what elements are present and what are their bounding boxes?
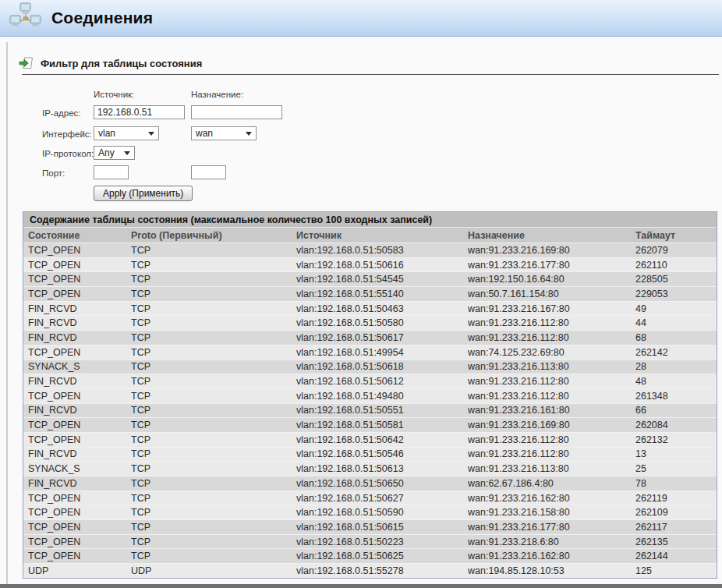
cell-source: vlan:192.168.0.51:50642: [296, 434, 468, 445]
cell-destination: wan:91.233.216.113:80: [468, 463, 635, 474]
cell-proto: TCP: [131, 376, 296, 387]
apply-button[interactable]: Apply (Применить): [94, 186, 193, 201]
cell-proto: TCP: [131, 361, 296, 372]
cell-destination: wan:91.233.216.112:80: [468, 317, 635, 328]
table-row: TCP_OPENTCPvlan:192.168.0.51:50590wan:91…: [23, 505, 717, 519]
ip-protocol-label: IP-протокол:: [42, 149, 94, 158]
state-table-body: TCP_OPENTCPvlan:192.168.0.51:50583wan:91…: [23, 243, 717, 578]
chevron-down-icon: [246, 132, 252, 136]
ip-address-label: IP-адрес:: [42, 108, 81, 118]
table-row: TCP_OPENTCPvlan:192.168.0.51:49480wan:91…: [23, 388, 717, 403]
table-row: TCP_OPENTCPvlan:192.168.0.51:50642wan:91…: [23, 432, 717, 447]
page-title: Соединения: [51, 9, 153, 27]
bottom-divider: [0, 584, 722, 588]
cell-source: vlan:192.168.0.51:50581: [296, 420, 468, 430]
table-row: FIN_RCVDTCPvlan:192.168.0.51:50551wan:91…: [23, 403, 717, 418]
col-header-destination: Назначение: [468, 230, 635, 241]
cell-source: vlan:192.168.0.51:55278: [296, 565, 468, 576]
panel-left-border: [6, 42, 8, 588]
cell-destination: wan:91.233.216.162:80: [468, 493, 635, 504]
cell-source: vlan:192.168.0.51:49480: [296, 391, 468, 402]
cell-proto: TCP: [131, 303, 296, 314]
cell-state: TCP_OPEN: [28, 551, 131, 561]
table-row: SYNACK_STCPvlan:192.168.0.51:50613wan:91…: [23, 461, 717, 476]
cell-timeout: 28: [635, 361, 717, 372]
cell-timeout: 262117: [635, 522, 717, 533]
table-row: SYNACK_STCPvlan:192.168.0.51:50618wan:91…: [23, 360, 717, 374]
connections-page: Соединения Фильтр для таблицы состояния …: [0, 0, 722, 588]
cell-source: vlan:192.168.0.51:50615: [296, 522, 468, 533]
cell-destination: wan:91.233.216.177:80: [468, 522, 635, 533]
cell-destination: wan:192.150.16.64:80: [468, 274, 635, 285]
cell-state: TCP_OPEN: [28, 260, 131, 271]
table-row: FIN_RCVDTCPvlan:192.168.0.51:50650wan:62…: [23, 476, 717, 491]
cell-state: TCP_OPEN: [28, 507, 131, 518]
cell-state: TCP_OPEN: [28, 493, 131, 504]
cell-timeout: 262084: [635, 420, 717, 430]
ip-protocol-value: Any: [98, 147, 115, 158]
table-row: FIN_RCVDTCPvlan:192.168.0.51:50580wan:91…: [23, 315, 717, 330]
cell-destination: wan:91.233.216.112:80: [468, 391, 635, 402]
cell-timeout: 262119: [635, 493, 717, 504]
cell-timeout: 25: [635, 463, 717, 474]
filter-heading-label: Фильтр для таблицы состояния: [41, 58, 202, 69]
source-ip-input[interactable]: [94, 105, 185, 119]
destination-ip-input[interactable]: [191, 105, 282, 119]
port-label: Порт:: [42, 168, 65, 178]
cell-timeout: 262135: [635, 537, 717, 547]
cell-destination: wan:91.233.216.167:80: [468, 303, 635, 314]
cell-state: TCP_OPEN: [28, 274, 131, 285]
cell-source: vlan:192.168.0.51:50627: [296, 493, 468, 504]
table-row: FIN_RCVDTCPvlan:192.168.0.51:50612wan:91…: [23, 374, 717, 388]
cell-timeout: 66: [635, 405, 717, 416]
destination-column-label: Назначение:: [191, 90, 243, 99]
table-row: TCP_OPENTCPvlan:192.168.0.51:50581wan:91…: [23, 417, 717, 432]
cell-proto: TCP: [131, 274, 296, 285]
cell-proto: TCP: [131, 260, 296, 271]
cell-timeout: 262144: [635, 551, 717, 561]
source-column-label: Источник:: [94, 90, 134, 99]
table-row: TCP_OPENTCPvlan:192.168.0.51:49954wan:74…: [23, 345, 717, 360]
table-row: TCP_OPENTCPvlan:192.168.0.51:54545wan:19…: [23, 271, 717, 286]
cell-state: TCP_OPEN: [28, 245, 131, 256]
heading-divider: [22, 74, 719, 75]
cell-timeout: 13: [635, 448, 717, 459]
source-port-input[interactable]: [94, 165, 129, 179]
filter-section-heading: Фильтр для таблицы состояния: [19, 55, 202, 71]
cell-state: FIN_RCVD: [28, 478, 131, 489]
cell-state: TCP_OPEN: [28, 522, 131, 533]
interface-label: Интерфейс:: [42, 129, 92, 139]
cell-timeout: 228505: [635, 274, 717, 285]
network-computers-icon: [8, 2, 44, 34]
cell-proto: UDP: [131, 565, 296, 576]
cell-destination: wan:91.233.216.169:80: [468, 420, 635, 430]
page-header: Соединения: [0, 0, 722, 37]
table-row: TCP_OPENTCPvlan:192.168.0.51:50223wan:91…: [23, 534, 717, 549]
cell-proto: TCP: [131, 332, 296, 343]
cell-proto: TCP: [131, 478, 296, 489]
destination-interface-select[interactable]: wan: [191, 126, 257, 140]
cell-proto: TCP: [131, 522, 296, 533]
table-row: UDPUDPvlan:192.168.0.51:55278wan:194.85.…: [23, 563, 717, 578]
cell-source: vlan:192.168.0.51:50590: [296, 507, 468, 518]
cell-timeout: 262132: [635, 434, 717, 445]
ip-protocol-select[interactable]: Any: [94, 146, 135, 160]
cell-state: SYNACK_S: [28, 463, 131, 474]
cell-state: UDP: [28, 565, 131, 576]
table-row: FIN_RCVDTCPvlan:192.168.0.51:50463wan:91…: [23, 301, 717, 316]
destination-port-input[interactable]: [191, 165, 226, 179]
cell-destination: wan:91.233.216.113:80: [468, 361, 635, 372]
cell-state: TCP_OPEN: [28, 420, 131, 430]
cell-proto: TCP: [131, 507, 296, 518]
cell-state: SYNACK_S: [28, 361, 131, 372]
cell-state: TCP_OPEN: [28, 537, 131, 547]
cell-source: vlan:192.168.0.51:55140: [296, 289, 468, 299]
cell-timeout: 262142: [635, 347, 717, 358]
source-interface-select[interactable]: vlan: [94, 126, 159, 140]
cell-timeout: 262079: [635, 245, 717, 256]
cell-state: FIN_RCVD: [28, 448, 131, 459]
table-row: TCP_OPENTCPvlan:192.168.0.51:55140wan:50…: [23, 286, 717, 301]
cell-state: TCP_OPEN: [28, 289, 131, 299]
table-row: TCP_OPENTCPvlan:192.168.0.51:50616wan:91…: [23, 257, 717, 272]
cell-destination: wan:91.233.216.112:80: [468, 332, 635, 343]
